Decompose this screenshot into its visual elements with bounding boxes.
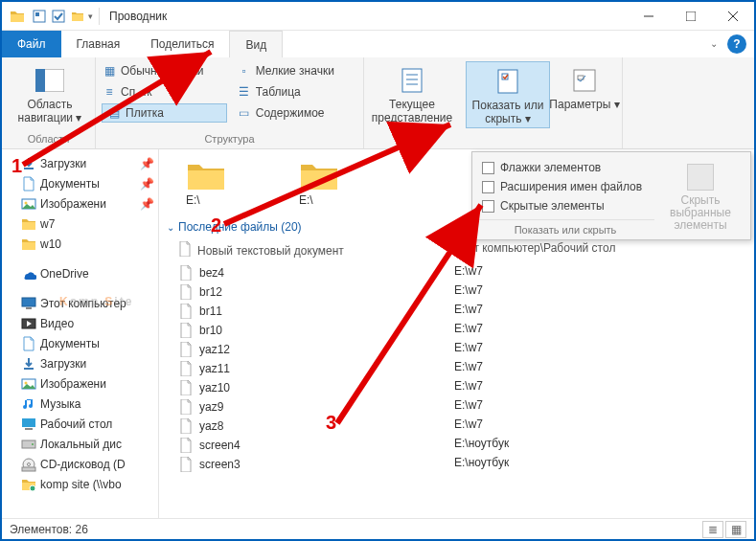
- document-icon: [178, 241, 192, 259]
- ribbon-group-panes-label: Области: [8, 131, 89, 145]
- nav-item[interactable]: Документы: [2, 333, 158, 353]
- nav-item-label: OneDrive: [40, 267, 89, 281]
- document-icon: [178, 380, 194, 395]
- nav-item[interactable]: Локальный дис: [2, 434, 158, 454]
- file-path: E:\w7: [454, 322, 754, 339]
- ribbon-tabs: Файл Главная Поделиться Вид ⌄ ?: [2, 31, 754, 57]
- nav-item[interactable]: Документы📌: [2, 173, 158, 193]
- onedrive-icon: [21, 266, 36, 282]
- pin-icon: 📌: [140, 157, 154, 170]
- qat-newfolder-icon[interactable]: [69, 8, 86, 25]
- tab-home[interactable]: Главная: [61, 31, 136, 57]
- nav-item[interactable]: Этот компьютер: [2, 293, 158, 313]
- nav-item-label: Видео: [40, 317, 74, 330]
- ribbon-collapse-icon[interactable]: ⌄: [710, 38, 723, 57]
- nav-item-label: Музыка: [40, 397, 80, 411]
- nav-item[interactable]: Музыка: [2, 394, 158, 414]
- file-path: E:\w7: [454, 264, 754, 282]
- file-path: E:\w7: [454, 398, 754, 416]
- nav-item[interactable]: Загрузки: [2, 353, 158, 373]
- collapse-icon: ⌄: [167, 222, 174, 233]
- nav-item[interactable]: Изображени📌: [2, 193, 158, 214]
- folder-label: E:\: [186, 192, 200, 207]
- file-extensions-toggle[interactable]: Расширения имен файлов: [476, 177, 654, 196]
- layout-small-icons[interactable]: ▫Мелкие значки: [237, 61, 357, 80]
- view-thumbnails-button[interactable]: ▦: [725, 521, 746, 538]
- nav-item[interactable]: Изображени: [2, 373, 158, 394]
- file-row[interactable]: yaz10E:\w7: [167, 378, 754, 397]
- nav-item[interactable]: komp site (\\vbо: [2, 474, 158, 494]
- file-path: E:\ноутбук: [454, 456, 754, 473]
- file-row[interactable]: yaz11E:\w7: [167, 359, 754, 378]
- svg-rect-27: [25, 428, 33, 430]
- navigation-pane-button[interactable]: Область навигации ▾: [8, 61, 92, 126]
- doc-icon: [21, 336, 36, 351]
- folder-item[interactable]: E:\: [299, 159, 385, 207]
- navigation-pane-label: Область навигации: [18, 98, 73, 124]
- help-icon[interactable]: ?: [727, 34, 746, 54]
- layout-tiles[interactable]: ▤Плитка: [102, 103, 227, 123]
- layout-content[interactable]: ▭Содержимое: [237, 103, 357, 123]
- layout-details[interactable]: ☰Таблица: [237, 82, 357, 101]
- nav-item-label: Загрузки: [40, 157, 86, 170]
- nav-item[interactable]: Видео: [2, 313, 158, 333]
- nav-item[interactable]: CD-дисковод (D: [2, 454, 158, 474]
- cd-icon: [21, 457, 36, 472]
- item-checkboxes-toggle[interactable]: Флажки элементов: [476, 158, 654, 177]
- navigation-pane[interactable]: Загрузки📌Документы📌Изображени📌w7w10OneDr…: [2, 149, 159, 518]
- layout-gallery[interactable]: ▦Обычные …чки ▫Мелкие значки ≡Сп…к ☰Табл…: [102, 61, 357, 123]
- folder-item[interactable]: E:\: [186, 159, 272, 207]
- document-icon: [178, 284, 194, 300]
- nav-item[interactable]: w10: [2, 234, 158, 254]
- show-hide-dropdown: Флажки элементов Расширения имен файлов …: [471, 151, 751, 240]
- file-path: E:\w7: [454, 417, 754, 435]
- music-icon: [21, 396, 36, 412]
- qat-dropdown-icon[interactable]: ▾: [88, 11, 93, 21]
- layout-list[interactable]: ≡Сп…к: [102, 82, 227, 101]
- svg-rect-1: [35, 12, 39, 16]
- hidden-items-toggle[interactable]: Скрытые элементы: [476, 196, 654, 215]
- svg-rect-4: [686, 11, 696, 21]
- nav-item[interactable]: Загрузки📌: [2, 153, 158, 173]
- current-view-button[interactable]: Текущее представление ▾: [370, 61, 454, 140]
- document-icon: [178, 438, 194, 453]
- checkbox-icon: [482, 162, 494, 174]
- layout-large-icons[interactable]: ▦Обычные …чки: [102, 61, 227, 80]
- qat-properties-icon[interactable]: [31, 8, 48, 25]
- nav-item[interactable]: Рабочий стол: [2, 414, 158, 434]
- nav-item[interactable]: w7: [2, 214, 158, 234]
- file-row[interactable]: screen3E:\ноутбук: [167, 455, 754, 474]
- file-row[interactable]: yaz9E:\w7: [167, 397, 754, 417]
- file-row[interactable]: yaz12E:\w7: [167, 340, 754, 359]
- file-row[interactable]: screen4E:\ноутбук: [167, 436, 754, 455]
- svg-point-31: [28, 462, 31, 465]
- nav-item-label: Локальный дис: [40, 438, 122, 451]
- maximize-button[interactable]: [670, 3, 712, 30]
- show-hide-label: Показать или скрыть: [472, 99, 544, 125]
- minimize-button[interactable]: [628, 3, 670, 30]
- document-icon: [178, 361, 194, 376]
- file-path: E:\w7: [454, 341, 754, 358]
- qat-checkbox-icon[interactable]: [50, 8, 67, 25]
- nav-item[interactable]: OneDrive: [2, 263, 158, 283]
- tab-share[interactable]: Поделиться: [135, 31, 229, 57]
- column-name-header: Новый текстовый документ: [197, 244, 344, 258]
- file-path: E:\ноутбук: [454, 437, 754, 454]
- view-details-button[interactable]: ≣: [702, 521, 723, 538]
- document-icon: [178, 457, 194, 472]
- disk-icon: [21, 437, 36, 452]
- pin-icon: 📌: [140, 177, 154, 191]
- file-row[interactable]: br11E:\w7: [167, 302, 754, 321]
- options-button[interactable]: Параметры ▾: [542, 61, 627, 113]
- file-row[interactable]: br10E:\w7: [167, 321, 754, 340]
- doc-icon: [21, 176, 36, 192]
- tab-view[interactable]: Вид: [229, 31, 283, 57]
- close-button[interactable]: [712, 3, 754, 30]
- file-row[interactable]: br12E:\w7: [167, 282, 754, 302]
- file-row[interactable]: yaz8E:\w7: [167, 417, 754, 436]
- file-row[interactable]: bez4E:\w7: [167, 263, 754, 282]
- ribbon-group-layout-label: Структура: [102, 131, 357, 145]
- tab-file[interactable]: Файл: [2, 31, 61, 57]
- svg-rect-2: [53, 11, 64, 22]
- file-name: br11: [199, 304, 222, 318]
